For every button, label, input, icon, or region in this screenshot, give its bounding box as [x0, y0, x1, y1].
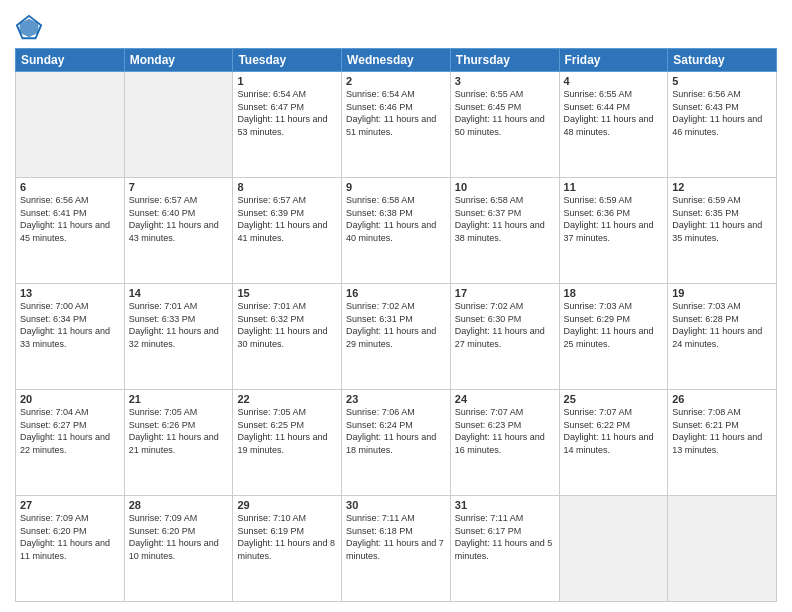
calendar-cell: 12Sunrise: 6:59 AM Sunset: 6:35 PM Dayli…	[668, 178, 777, 284]
day-info: Sunrise: 6:54 AM Sunset: 6:47 PM Dayligh…	[237, 88, 337, 138]
calendar-cell: 1Sunrise: 6:54 AM Sunset: 6:47 PM Daylig…	[233, 72, 342, 178]
day-number: 8	[237, 181, 337, 193]
day-info: Sunrise: 6:56 AM Sunset: 6:41 PM Dayligh…	[20, 194, 120, 244]
calendar-cell: 9Sunrise: 6:58 AM Sunset: 6:38 PM Daylig…	[342, 178, 451, 284]
day-info: Sunrise: 7:03 AM Sunset: 6:28 PM Dayligh…	[672, 300, 772, 350]
day-number: 5	[672, 75, 772, 87]
day-header-monday: Monday	[124, 49, 233, 72]
calendar-cell: 7Sunrise: 6:57 AM Sunset: 6:40 PM Daylig…	[124, 178, 233, 284]
calendar-cell: 24Sunrise: 7:07 AM Sunset: 6:23 PM Dayli…	[450, 390, 559, 496]
calendar-week-3: 20Sunrise: 7:04 AM Sunset: 6:27 PM Dayli…	[16, 390, 777, 496]
day-header-tuesday: Tuesday	[233, 49, 342, 72]
calendar-cell: 22Sunrise: 7:05 AM Sunset: 6:25 PM Dayli…	[233, 390, 342, 496]
calendar-cell	[124, 72, 233, 178]
day-number: 15	[237, 287, 337, 299]
day-number: 2	[346, 75, 446, 87]
day-info: Sunrise: 7:06 AM Sunset: 6:24 PM Dayligh…	[346, 406, 446, 456]
day-info: Sunrise: 6:57 AM Sunset: 6:39 PM Dayligh…	[237, 194, 337, 244]
day-header-sunday: Sunday	[16, 49, 125, 72]
calendar-cell	[559, 496, 668, 602]
calendar-cell: 2Sunrise: 6:54 AM Sunset: 6:46 PM Daylig…	[342, 72, 451, 178]
calendar-cell: 17Sunrise: 7:02 AM Sunset: 6:30 PM Dayli…	[450, 284, 559, 390]
day-number: 6	[20, 181, 120, 193]
day-number: 23	[346, 393, 446, 405]
day-header-wednesday: Wednesday	[342, 49, 451, 72]
calendar-cell: 21Sunrise: 7:05 AM Sunset: 6:26 PM Dayli…	[124, 390, 233, 496]
day-info: Sunrise: 7:08 AM Sunset: 6:21 PM Dayligh…	[672, 406, 772, 456]
day-number: 19	[672, 287, 772, 299]
calendar-cell: 8Sunrise: 6:57 AM Sunset: 6:39 PM Daylig…	[233, 178, 342, 284]
day-info: Sunrise: 6:56 AM Sunset: 6:43 PM Dayligh…	[672, 88, 772, 138]
calendar-cell: 27Sunrise: 7:09 AM Sunset: 6:20 PM Dayli…	[16, 496, 125, 602]
day-number: 26	[672, 393, 772, 405]
day-info: Sunrise: 7:10 AM Sunset: 6:19 PM Dayligh…	[237, 512, 337, 562]
day-number: 31	[455, 499, 555, 511]
day-number: 27	[20, 499, 120, 511]
day-number: 7	[129, 181, 229, 193]
day-header-saturday: Saturday	[668, 49, 777, 72]
day-info: Sunrise: 6:58 AM Sunset: 6:38 PM Dayligh…	[346, 194, 446, 244]
day-number: 17	[455, 287, 555, 299]
day-info: Sunrise: 7:02 AM Sunset: 6:31 PM Dayligh…	[346, 300, 446, 350]
calendar-cell: 31Sunrise: 7:11 AM Sunset: 6:17 PM Dayli…	[450, 496, 559, 602]
day-header-friday: Friday	[559, 49, 668, 72]
calendar-cell: 16Sunrise: 7:02 AM Sunset: 6:31 PM Dayli…	[342, 284, 451, 390]
calendar-cell: 28Sunrise: 7:09 AM Sunset: 6:20 PM Dayli…	[124, 496, 233, 602]
day-info: Sunrise: 7:07 AM Sunset: 6:22 PM Dayligh…	[564, 406, 664, 456]
calendar-cell: 19Sunrise: 7:03 AM Sunset: 6:28 PM Dayli…	[668, 284, 777, 390]
calendar-cell: 30Sunrise: 7:11 AM Sunset: 6:18 PM Dayli…	[342, 496, 451, 602]
day-number: 11	[564, 181, 664, 193]
day-info: Sunrise: 7:11 AM Sunset: 6:17 PM Dayligh…	[455, 512, 555, 562]
calendar-cell: 18Sunrise: 7:03 AM Sunset: 6:29 PM Dayli…	[559, 284, 668, 390]
calendar-week-0: 1Sunrise: 6:54 AM Sunset: 6:47 PM Daylig…	[16, 72, 777, 178]
day-info: Sunrise: 7:09 AM Sunset: 6:20 PM Dayligh…	[129, 512, 229, 562]
day-info: Sunrise: 6:58 AM Sunset: 6:37 PM Dayligh…	[455, 194, 555, 244]
calendar-cell: 3Sunrise: 6:55 AM Sunset: 6:45 PM Daylig…	[450, 72, 559, 178]
page: SundayMondayTuesdayWednesdayThursdayFrid…	[0, 0, 792, 612]
calendar-cell: 25Sunrise: 7:07 AM Sunset: 6:22 PM Dayli…	[559, 390, 668, 496]
calendar-cell: 14Sunrise: 7:01 AM Sunset: 6:33 PM Dayli…	[124, 284, 233, 390]
day-info: Sunrise: 6:59 AM Sunset: 6:36 PM Dayligh…	[564, 194, 664, 244]
day-info: Sunrise: 6:57 AM Sunset: 6:40 PM Dayligh…	[129, 194, 229, 244]
day-number: 20	[20, 393, 120, 405]
day-number: 9	[346, 181, 446, 193]
day-number: 28	[129, 499, 229, 511]
calendar-cell: 6Sunrise: 6:56 AM Sunset: 6:41 PM Daylig…	[16, 178, 125, 284]
calendar-cell: 10Sunrise: 6:58 AM Sunset: 6:37 PM Dayli…	[450, 178, 559, 284]
day-info: Sunrise: 7:07 AM Sunset: 6:23 PM Dayligh…	[455, 406, 555, 456]
calendar-week-2: 13Sunrise: 7:00 AM Sunset: 6:34 PM Dayli…	[16, 284, 777, 390]
calendar-week-1: 6Sunrise: 6:56 AM Sunset: 6:41 PM Daylig…	[16, 178, 777, 284]
calendar-header-row: SundayMondayTuesdayWednesdayThursdayFrid…	[16, 49, 777, 72]
day-number: 16	[346, 287, 446, 299]
day-number: 14	[129, 287, 229, 299]
day-number: 13	[20, 287, 120, 299]
day-info: Sunrise: 6:55 AM Sunset: 6:45 PM Dayligh…	[455, 88, 555, 138]
calendar-cell: 26Sunrise: 7:08 AM Sunset: 6:21 PM Dayli…	[668, 390, 777, 496]
logo	[15, 14, 45, 42]
calendar-table: SundayMondayTuesdayWednesdayThursdayFrid…	[15, 48, 777, 602]
calendar-cell: 29Sunrise: 7:10 AM Sunset: 6:19 PM Dayli…	[233, 496, 342, 602]
day-number: 30	[346, 499, 446, 511]
day-info: Sunrise: 7:11 AM Sunset: 6:18 PM Dayligh…	[346, 512, 446, 562]
day-info: Sunrise: 7:09 AM Sunset: 6:20 PM Dayligh…	[20, 512, 120, 562]
day-number: 29	[237, 499, 337, 511]
calendar-cell: 13Sunrise: 7:00 AM Sunset: 6:34 PM Dayli…	[16, 284, 125, 390]
calendar-cell: 4Sunrise: 6:55 AM Sunset: 6:44 PM Daylig…	[559, 72, 668, 178]
day-info: Sunrise: 7:01 AM Sunset: 6:32 PM Dayligh…	[237, 300, 337, 350]
day-info: Sunrise: 6:54 AM Sunset: 6:46 PM Dayligh…	[346, 88, 446, 138]
day-info: Sunrise: 7:05 AM Sunset: 6:26 PM Dayligh…	[129, 406, 229, 456]
logo-icon	[15, 14, 43, 42]
calendar-cell: 11Sunrise: 6:59 AM Sunset: 6:36 PM Dayli…	[559, 178, 668, 284]
day-info: Sunrise: 7:02 AM Sunset: 6:30 PM Dayligh…	[455, 300, 555, 350]
calendar-cell: 15Sunrise: 7:01 AM Sunset: 6:32 PM Dayli…	[233, 284, 342, 390]
day-number: 25	[564, 393, 664, 405]
day-number: 24	[455, 393, 555, 405]
day-number: 4	[564, 75, 664, 87]
calendar-body: 1Sunrise: 6:54 AM Sunset: 6:47 PM Daylig…	[16, 72, 777, 602]
day-number: 21	[129, 393, 229, 405]
calendar-cell	[668, 496, 777, 602]
day-number: 1	[237, 75, 337, 87]
day-number: 12	[672, 181, 772, 193]
day-info: Sunrise: 7:01 AM Sunset: 6:33 PM Dayligh…	[129, 300, 229, 350]
day-number: 3	[455, 75, 555, 87]
